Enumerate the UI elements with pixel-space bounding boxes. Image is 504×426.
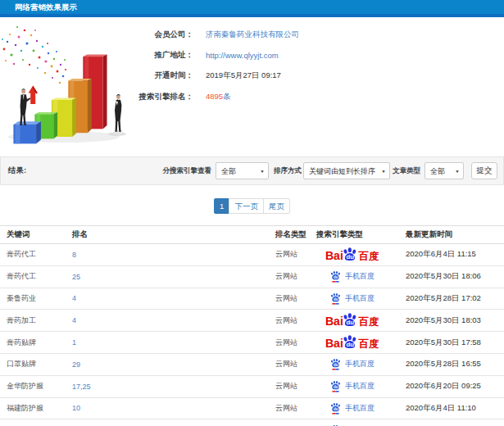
bar-blue [13, 121, 41, 143]
growth-chart-illustration [0, 20, 139, 150]
keyword-cell: 膏药代工 [0, 265, 66, 288]
page-title: 网络营销效果展示 [0, 0, 504, 17]
next-page-button[interactable]: 下一页 [229, 198, 264, 214]
mobile-baidu-logo: du 手机百度 [330, 380, 375, 392]
result-label: 结果: [8, 165, 26, 176]
svg-text:du: du [334, 275, 338, 279]
keyword-cell: 金华防护服 [0, 375, 66, 397]
rank-link[interactable]: 4 [72, 316, 76, 324]
rank-type-cell: 云网站 [269, 353, 310, 375]
engine-rank-label: 搜索引擎排名： [121, 92, 193, 102]
sort-select[interactable]: 关键词由短到长排序 [303, 162, 390, 179]
engine-select-wrap: 全部 [216, 162, 269, 179]
keyword-cell [0, 419, 66, 426]
mobile-baidu-paw-icon: du [330, 380, 341, 392]
baidu-logo: Bai du 百度 [325, 313, 387, 328]
col-header-rank-type: 排名类型 [269, 226, 310, 244]
svg-text:Bai: Bai [325, 248, 343, 261]
baidu-paw-icon: du [343, 314, 356, 327]
rank-cell: 29 [66, 353, 269, 375]
rank-link[interactable]: 10 [72, 404, 80, 412]
engine-rank-count: 4895 [206, 92, 223, 101]
table-row: 膏药加工 4 云网站 Bai du 百度 2020年5月30日 18:03 [0, 310, 504, 332]
submit-button[interactable]: 提交 [471, 162, 497, 179]
svg-text:百度: 百度 [358, 251, 380, 262]
member-company-link[interactable]: 济南秦鲁药业科技有限公司 [206, 29, 299, 39]
svg-text:百度: 百度 [358, 338, 380, 350]
rank-link[interactable]: 4 [72, 294, 76, 302]
rank-type-cell: 云网站 [269, 397, 310, 419]
table-header-row: 关键词 排名 排名类型 搜索引擎类型 最新更新时间 [0, 226, 504, 244]
table-row: 膏药代工 25 云网站 du 手机百度 2020年5月30日 18:06 [0, 265, 504, 288]
mobile-baidu-logo: du 手机百度 [330, 270, 375, 283]
rank-cell [66, 419, 269, 426]
keyword-cell: 膏药加工 [0, 310, 66, 332]
rank-link[interactable]: 17,25 [72, 383, 91, 391]
rank-type-cell: 云网站 [269, 332, 310, 354]
promo-url-link[interactable]: http://www.qlyyjt.com [206, 51, 279, 60]
table-row: 膏药代工 8 云网站 Bai du 百度 2020年6月4日 11:15 [0, 244, 504, 266]
updated-time-cell: 2020年5月28日 16:55 [399, 353, 504, 375]
engine-type-cell: du 手机百度 [310, 419, 399, 426]
engine-type-cell: du 手机百度 [310, 397, 399, 419]
svg-text:du: du [334, 297, 338, 301]
rank-link[interactable]: 25 [72, 273, 80, 281]
businessman-left [20, 88, 30, 125]
engine-type-cell: Bai du 百度 [310, 310, 399, 332]
up-arrow [29, 86, 38, 105]
table-row: 秦鲁药业 4 云网站 du 手机百度 2020年5月28日 17:02 [0, 288, 504, 310]
engine-type-cell: Bai du 百度 [310, 244, 399, 266]
engine-filter-label: 分搜索引擎查看 [163, 166, 212, 176]
svg-text:Bai: Bai [325, 337, 343, 350]
svg-text:du: du [347, 253, 355, 261]
rank-cell: 4 [66, 288, 269, 310]
confetti-dots [2, 26, 66, 84]
rank-cell: 10 [66, 397, 269, 419]
keyword-cell: 口罩贴牌 [0, 353, 66, 375]
member-company-label: 会员公司： [121, 29, 193, 40]
rank-type-cell: 云网站 [269, 265, 310, 288]
keyword-cell: 膏药贴牌 [0, 332, 66, 354]
promo-url-label: 推广地址： [121, 50, 193, 61]
svg-text:du: du [347, 319, 355, 326]
keyword-cell: 秦鲁药业 [0, 288, 66, 310]
table-row: 金华防护服 17,25 云网站 du 手机百度 2020年6月20日 09:25 [0, 375, 504, 397]
figure-shadow [108, 132, 126, 136]
mobile-baidu-logo: du 手机百度 [330, 358, 375, 370]
last-page-button[interactable]: 尾页 [263, 198, 290, 214]
rank-link[interactable]: 29 [72, 360, 80, 369]
table-row: du 手机百度 [0, 419, 504, 426]
engine-select[interactable]: 全部 [216, 162, 269, 179]
article-type-select[interactable]: 全部 [425, 162, 464, 179]
article-select-wrap: 全部 [425, 162, 464, 179]
info-row-open-time: 开通时间： 2019年5月27日 09:17 [121, 70, 299, 81]
rank-type-cell [269, 419, 310, 426]
mobile-baidu-label: 手机百度 [345, 381, 375, 392]
pagination: 1 下一页 尾页 [0, 198, 504, 214]
rank-link[interactable]: 8 [72, 251, 76, 259]
page-button-1[interactable]: 1 [214, 198, 229, 214]
mobile-baidu-paw-icon: du [330, 358, 341, 370]
article-type-label: 文章类型 [393, 166, 420, 176]
baidu-logo: Bai du 百度 [325, 335, 387, 350]
filter-bar: 结果: 分搜索引擎查看 全部 排序方式 关键词由短到长排序 文章类型 全部 提交 [0, 156, 504, 185]
svg-text:Bai: Bai [325, 315, 343, 328]
svg-text:百度: 百度 [358, 316, 380, 328]
baidu-logo: Bai du 百度 [325, 247, 387, 262]
info-row-url: 推广地址： http://www.qlyyjt.com [121, 50, 299, 61]
engine-type-cell: du 手机百度 [310, 288, 399, 310]
col-header-keyword: 关键词 [0, 226, 66, 244]
col-header-engine-type: 搜索引擎类型 [310, 226, 399, 244]
page: 网络营销效果展示 [0, 0, 504, 426]
engine-type-cell: du 手机百度 [310, 265, 399, 288]
rank-link[interactable]: 1 [72, 338, 76, 347]
updated-time-cell [399, 419, 504, 426]
rank-type-cell: 云网站 [269, 375, 310, 397]
mobile-baidu-paw-icon: du [330, 270, 341, 283]
col-header-updated: 最新更新时间 [399, 226, 504, 244]
svg-text:du: du [334, 407, 338, 411]
engine-rank-unit: 条 [223, 92, 231, 101]
keyword-cell: 福建防护服 [0, 397, 66, 419]
updated-time-cell: 2020年5月30日 18:06 [399, 265, 504, 288]
svg-text:du: du [334, 385, 338, 389]
